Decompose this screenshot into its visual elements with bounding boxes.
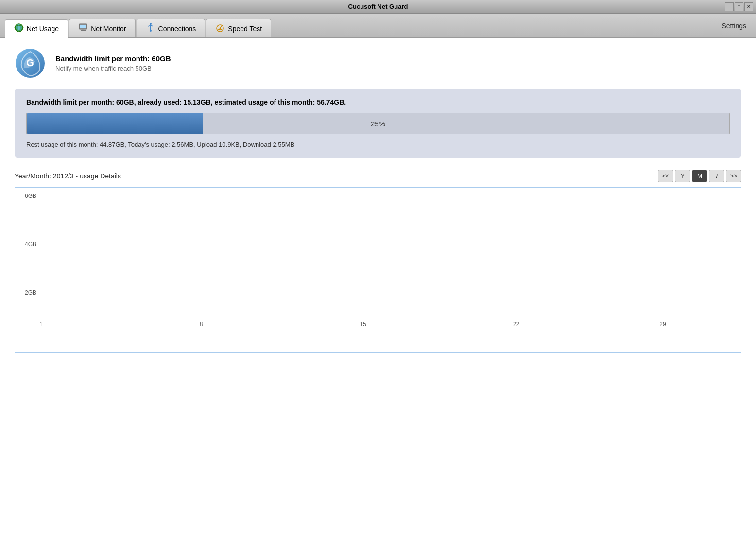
notify-label: Notify me when traffic reach 50GB [55,65,171,72]
net-usage-icon [14,23,24,35]
tab-connections-label: Connections [158,25,196,33]
tab-net-monitor-label: Net Monitor [91,25,126,33]
chart-x-label-15: 15 [360,321,366,328]
nav-bar: Net Usage Net Monitor Connections Speed … [0,14,756,38]
chart-x-label-8: 8 [200,321,203,328]
tab-speed-test-label: Speed Test [228,25,262,33]
net-monitor-icon [78,22,88,35]
minimize-button[interactable]: — [725,2,734,11]
tab-speed-test[interactable]: Speed Test [206,19,271,37]
svg-rect-5 [81,30,86,31]
progress-bar-label: 25% [371,120,385,128]
tab-net-monitor[interactable]: Net Monitor [69,19,135,37]
chart-section: Year/Month: 2012/3 - usage Details << Y … [15,170,741,353]
title-bar: Cucusoft Net Guard — □ ✕ [0,0,756,14]
tab-net-usage-label: Net Usage [27,25,59,33]
app-logo: G [15,48,46,79]
close-button[interactable]: ✕ [744,2,753,11]
chart-controls: << Y M 7 >> [658,170,741,182]
svg-point-8 [150,30,152,32]
svg-rect-3 [80,25,86,28]
connections-icon [146,22,155,35]
maximize-button[interactable]: □ [735,2,743,11]
svg-rect-4 [82,29,84,30]
info-header: G Bandwidth limit per month: 60GB Notify… [15,48,741,79]
window-title: Cucusoft Net Guard [348,3,408,10]
info-text: Bandwidth limit per month: 60GB Notify m… [55,54,171,72]
settings-link[interactable]: Settings [722,22,746,30]
chart-area: 6GB 4GB 2GB 1 8 15 22 29 [15,187,741,353]
chart-bars [39,193,736,319]
bandwidth-panel: Bandwidth limit per month: 60GB, already… [15,89,741,158]
panel-stats: Rest usage of this month: 44.87GB, Today… [26,141,730,148]
chart-next-next-button[interactable]: >> [726,170,741,182]
chart-y-label-2gb: 2GB [25,289,36,296]
main-content: G Bandwidth limit per month: 60GB Notify… [0,38,756,362]
tab-net-usage[interactable]: Net Usage [5,19,68,38]
progress-bar-fill [27,113,203,134]
bandwidth-limit-label: Bandwidth limit per month: 60GB [55,54,171,63]
chart-y-labels: 6GB 4GB 2GB [15,188,39,337]
progress-bar-container: 25% [26,113,730,134]
chart-y-label-4gb: 4GB [25,241,36,248]
chart-7day-button[interactable]: 7 [709,170,724,182]
svg-text:G: G [26,57,34,68]
speed-test-icon [215,22,225,35]
chart-x-axis: 1 8 15 22 29 [39,321,736,331]
svg-point-11 [220,28,221,29]
chart-title: Year/Month: 2012/3 - usage Details [15,172,121,180]
chart-prev-prev-button[interactable]: << [658,170,673,182]
chart-month-button[interactable]: M [692,170,707,182]
chart-x-label-22: 22 [513,321,519,328]
chart-x-label-1: 1 [39,321,43,328]
window-controls: — □ ✕ [725,2,753,11]
chart-y-label-6gb: 6GB [25,193,36,199]
chart-year-button[interactable]: Y [675,170,690,182]
chart-header: Year/Month: 2012/3 - usage Details << Y … [15,170,741,182]
tab-connections[interactable]: Connections [137,19,206,37]
chart-x-label-29: 29 [659,321,666,328]
svg-point-7 [150,23,152,25]
panel-title: Bandwidth limit per month: 60GB, already… [26,98,730,106]
